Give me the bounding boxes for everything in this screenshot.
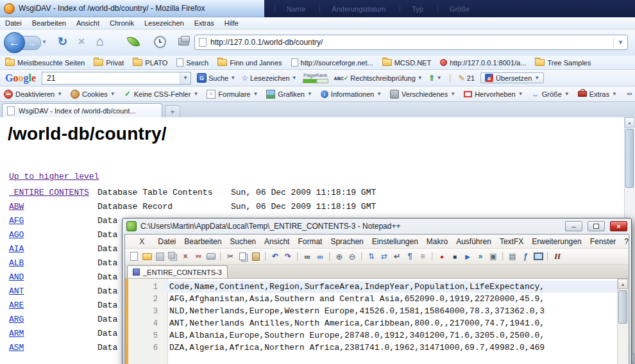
scrollbar-thumb[interactable]	[618, 290, 627, 324]
chevron-down-icon[interactable]: ▼	[418, 75, 423, 81]
bookmark-item[interactable]: http://sourceforge.net...	[291, 58, 373, 67]
menu-item[interactable]: Bearbeiten	[184, 237, 221, 246]
url-bar[interactable]: ▼	[194, 35, 628, 50]
show-symbols-icon[interactable]	[404, 251, 416, 262]
tab-wsgidav-index[interactable]: WsgiDAV - Index of /world-db/count...	[2, 103, 162, 117]
editor-scrollbar[interactable]: ▲	[617, 279, 629, 364]
menu-item[interactable]: Makro	[427, 237, 448, 246]
function-list-icon[interactable]	[520, 251, 531, 262]
line-text[interactable]: NLD,Netherlands,Europe,Western Europe,41…	[164, 305, 618, 317]
minimize-button[interactable]: –	[565, 221, 582, 231]
menu-item[interactable]: Format	[298, 237, 322, 246]
menu-item[interactable]: Lesezeichen	[144, 19, 184, 27]
menu-item[interactable]: Einstellungen	[372, 237, 418, 246]
menu-item[interactable]: Sprachen	[330, 237, 363, 246]
zoom-out-icon[interactable]	[346, 251, 358, 262]
chevron-down-icon[interactable]: ▼	[534, 75, 539, 81]
notes-button[interactable]: ✎ 21	[459, 74, 475, 83]
menu-item[interactable]: Ansicht	[264, 237, 289, 246]
directory-entry-link[interactable]: ARE	[9, 301, 24, 310]
open-folder-icon[interactable]	[141, 251, 153, 262]
paste-icon[interactable]	[250, 251, 262, 262]
spellcheck-button[interactable]: ABC Rechtschreibprüfung ▼	[334, 74, 423, 82]
sync-vertical-icon[interactable]	[366, 251, 377, 262]
copy-icon[interactable]	[237, 251, 249, 262]
pagerank-widget[interactable]: PageRank	[303, 72, 328, 83]
autofill-button[interactable]: ⇑ ▼	[428, 74, 442, 83]
sync-horizontal-icon[interactable]	[378, 251, 390, 262]
save-icon[interactable]	[154, 251, 165, 262]
google-bookmarks-button[interactable]: ☆ Lesezeichen ▼	[241, 74, 296, 83]
scrollbar-thumb[interactable]	[625, 129, 634, 188]
webdev-menu-button[interactable]: Größe ▼	[532, 90, 570, 98]
bookmark-item[interactable]: Meistbesuchte Seiten	[5, 59, 85, 67]
directory-entry-link[interactable]: AIA	[9, 244, 24, 254]
webdev-menu-button[interactable]: Informationen ▼	[321, 90, 382, 98]
webdev-menu-button[interactable]: Keine CSS-Fehler ▼	[124, 90, 199, 98]
line-text[interactable]: DZA,Algeria,Africa,Northern Africa,23817…	[164, 342, 618, 354]
menu-item[interactable]: Erweiterungen	[532, 237, 581, 246]
webdev-menu-button[interactable]: Formulare ▼	[207, 90, 258, 99]
menu-item[interactable]: TextFX	[500, 237, 523, 246]
menu-item[interactable]: Chronik	[110, 19, 134, 27]
redo-icon[interactable]	[282, 251, 294, 262]
chevron-down-icon[interactable]: ▼	[230, 75, 235, 81]
up-to-higher-level-link[interactable]: Up to higher level	[9, 172, 99, 181]
directory-entry-link[interactable]: AND	[9, 272, 24, 282]
close-file-icon[interactable]	[180, 251, 191, 262]
close-all-icon[interactable]	[192, 251, 204, 262]
close-button[interactable]: ×	[610, 221, 627, 231]
webdev-menu-button[interactable]: Verschiedenes ▼	[390, 90, 455, 99]
line-text[interactable]: ANT,Netherlands Antilles,North America,C…	[164, 317, 618, 329]
zoom-in-icon[interactable]	[334, 251, 345, 262]
directory-entry-link[interactable]: AFG	[9, 216, 24, 226]
document-tab[interactable]: _ENTIRE_CONTENTS-3	[127, 265, 228, 278]
menu-item[interactable]: ?	[624, 237, 629, 246]
print-icon[interactable]	[178, 38, 189, 46]
line-text[interactable]: ALB,Albania,Europe,Southern Europe,28748…	[164, 329, 618, 342]
menu-item[interactable]: Bearbeiten	[32, 19, 66, 27]
menu-item[interactable]: Hilfe	[224, 19, 239, 27]
chevron-down-icon[interactable]: ▼	[437, 75, 442, 81]
bookmark-item[interactable]: Privat	[94, 59, 124, 67]
notepad-titlebar[interactable]: C:\Users\Martin\AppData\Local\Temp\_ENTI…	[123, 219, 631, 234]
reload-button[interactable]: ↻	[58, 35, 67, 49]
directory-entry-link[interactable]: ENTIRE CONTENTS	[9, 188, 89, 197]
webdev-menu-button[interactable]: Grafiken ▼	[266, 90, 312, 99]
menu-item[interactable]: Ansicht	[76, 19, 99, 27]
scroll-up-icon[interactable]: ▲	[618, 279, 628, 289]
webdev-menu-button[interactable]: Hervorheben ▼	[464, 90, 523, 98]
save-all-icon[interactable]	[167, 251, 178, 262]
close-document-button[interactable]: X	[139, 237, 144, 246]
history-clock-icon[interactable]	[154, 36, 166, 48]
google-search-button[interactable]: G Suche ▼	[197, 73, 235, 83]
directory-entry-link[interactable]: ABW	[9, 202, 24, 211]
menu-item[interactable]: Fenster	[590, 237, 616, 246]
indent-guide-icon[interactable]	[417, 251, 428, 262]
monitor-icon[interactable]	[532, 251, 544, 262]
translate-button[interactable]: a Übersetzen ▼	[480, 72, 544, 83]
print-icon[interactable]	[205, 251, 217, 262]
notepad-editor[interactable]: 1 Code,Name,Continent,Region,SurfaceArea…	[125, 279, 629, 364]
menu-item[interactable]: Extras	[194, 19, 214, 27]
bookmark-item[interactable]: Tree Samples	[535, 59, 591, 67]
bookmark-item[interactable]: Search	[176, 58, 208, 67]
url-dropdown-icon[interactable]: ▼	[613, 37, 623, 47]
maximize-button[interactable]	[588, 221, 605, 231]
menu-item[interactable]: Datei	[158, 237, 176, 246]
record-macro-icon[interactable]	[436, 251, 448, 262]
directory-entry-link[interactable]: AGO	[9, 230, 24, 240]
new-file-icon[interactable]	[128, 251, 140, 262]
directory-entry-link[interactable]: ARM	[9, 329, 24, 338]
save-macro-icon[interactable]	[487, 251, 499, 262]
feed-reader-icon[interactable]	[127, 35, 140, 49]
play-macro-icon[interactable]	[462, 251, 473, 262]
line-text[interactable]: AFG,Afghanistan,Asia,Southern and Centra…	[164, 293, 618, 305]
menu-item[interactable]: Suchen	[230, 237, 256, 246]
bookmark-item[interactable]: Finn und Jannes	[217, 59, 282, 67]
history-dropdown-icon[interactable]: ▼	[42, 39, 47, 45]
line-text[interactable]: Code,Name,Continent,Region,SurfaceArea,I…	[164, 281, 618, 293]
home-button[interactable]: ⌂	[96, 34, 104, 49]
scroll-up-icon[interactable]: ▲	[625, 117, 634, 128]
google-search-box[interactable]: ▼	[42, 72, 191, 85]
